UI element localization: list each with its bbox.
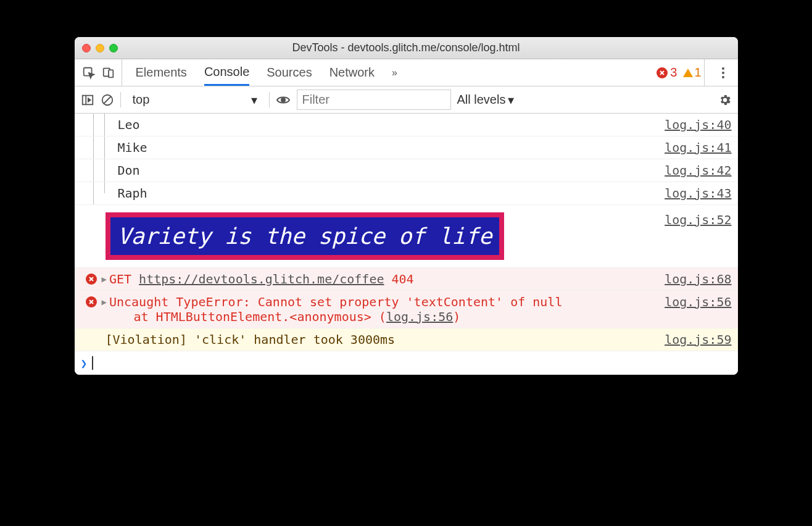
log-text: Don xyxy=(118,163,140,178)
error-method: GET xyxy=(109,272,131,286)
source-link[interactable]: log.js:40 xyxy=(652,117,731,132)
stack-source-link[interactable]: log.js:56 xyxy=(386,309,453,324)
chevron-down-icon: ▾ xyxy=(251,93,257,107)
svg-line-7 xyxy=(104,96,110,103)
log-text: Leo xyxy=(118,117,140,132)
log-text: Mike xyxy=(118,140,147,155)
log-entry-styled[interactable]: Variety is the spice of life log.js:52 xyxy=(75,205,738,268)
styled-log-text: Variety is the spice of life xyxy=(106,212,505,260)
maximize-window-button[interactable] xyxy=(109,44,118,52)
more-options-button[interactable] xyxy=(716,67,731,78)
traffic-lights xyxy=(82,44,118,52)
chevron-down-icon: ▾ xyxy=(508,93,514,107)
tab-network[interactable]: Network xyxy=(329,59,375,86)
close-window-button[interactable] xyxy=(82,44,91,52)
device-toolbar-icon[interactable] xyxy=(102,66,115,80)
titlebar: DevTools - devtools.glitch.me/console/lo… xyxy=(75,37,738,59)
text-caret xyxy=(92,356,93,370)
warning-count-badge[interactable]: 1 xyxy=(683,65,701,80)
tabs-overflow-icon[interactable]: » xyxy=(392,67,397,78)
error-stack-frame: at HTMLButtonElement.<anonymous> (log.js… xyxy=(86,309,461,324)
live-expression-icon[interactable] xyxy=(276,93,291,107)
log-entry[interactable]: Raph log.js:43 xyxy=(75,182,738,205)
violation-text: [Violation] 'click' handler took 3000ms xyxy=(86,332,396,347)
console-toolbar: top ▾ All levels ▾ xyxy=(75,86,738,114)
log-text: Raph xyxy=(118,186,147,201)
warning-icon xyxy=(683,69,693,77)
log-entry-error[interactable]: ▶ Uncaught TypeError: Cannot set propert… xyxy=(75,291,738,328)
error-url[interactable]: https://devtools.glitch.me/coffee xyxy=(139,272,384,286)
devtools-tabbar: Elements Console Sources Network » 3 1 xyxy=(75,59,738,86)
error-icon xyxy=(657,67,668,78)
source-link[interactable]: log.js:56 xyxy=(652,294,731,309)
tab-elements[interactable]: Elements xyxy=(136,59,187,86)
tab-console[interactable]: Console xyxy=(204,59,249,86)
source-link[interactable]: log.js:68 xyxy=(652,272,731,286)
source-link[interactable]: log.js:42 xyxy=(652,163,731,178)
error-status-code: 404 xyxy=(392,272,414,286)
error-icon xyxy=(86,296,97,307)
prompt-arrow-icon: ❯ xyxy=(81,357,88,370)
show-console-sidebar-icon[interactable] xyxy=(81,93,94,107)
inspect-element-icon[interactable] xyxy=(82,66,96,80)
error-icon xyxy=(86,273,97,285)
disclosure-triangle-icon[interactable]: ▶ xyxy=(102,274,107,284)
source-link[interactable]: log.js:41 xyxy=(652,140,731,155)
devtools-window: DevTools - devtools.glitch.me/console/lo… xyxy=(75,37,738,375)
console-prompt[interactable]: ❯ xyxy=(75,351,738,375)
svg-marker-5 xyxy=(88,98,90,102)
log-levels-select[interactable]: All levels ▾ xyxy=(457,93,515,107)
log-entry-error[interactable]: ▶ GET https://devtools.glitch.me/coffee … xyxy=(75,268,738,291)
log-entry-violation[interactable]: [Violation] 'click' handler took 3000ms … xyxy=(75,328,738,351)
filter-input[interactable] xyxy=(297,90,451,110)
window-title: DevTools - devtools.glitch.me/console/lo… xyxy=(75,41,738,54)
log-entry[interactable]: Mike log.js:41 xyxy=(75,136,738,159)
svg-point-8 xyxy=(281,98,285,102)
clear-console-icon[interactable] xyxy=(101,93,114,107)
error-message: Uncaught TypeError: Cannot set property … xyxy=(109,294,563,309)
tab-sources[interactable]: Sources xyxy=(267,59,312,86)
execution-context-select[interactable]: top ▾ xyxy=(127,91,263,109)
svg-rect-2 xyxy=(109,70,113,77)
error-count-badge[interactable]: 3 xyxy=(657,65,677,80)
console-settings-icon[interactable] xyxy=(718,93,732,107)
source-link[interactable]: log.js:59 xyxy=(652,332,731,347)
disclosure-triangle-icon[interactable]: ▶ xyxy=(102,297,107,307)
log-entry[interactable]: Leo log.js:40 xyxy=(75,114,738,136)
console-output: Leo log.js:40 Mike log.js:41 Don log.js:… xyxy=(75,114,738,375)
source-link[interactable]: log.js:43 xyxy=(652,186,731,201)
minimize-window-button[interactable] xyxy=(96,44,104,52)
log-entry[interactable]: Don log.js:42 xyxy=(75,159,738,182)
source-link[interactable]: log.js:52 xyxy=(652,212,731,227)
